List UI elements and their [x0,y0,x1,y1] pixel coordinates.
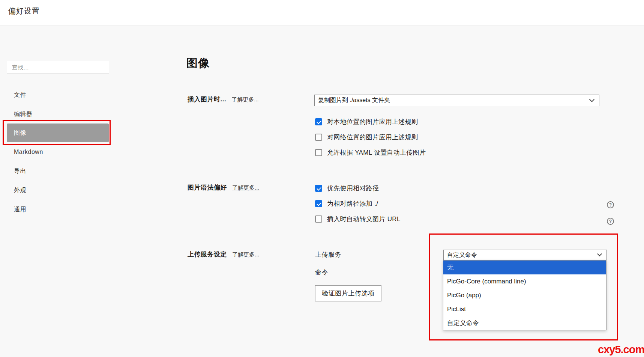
checkbox-unchecked-icon[interactable] [315,215,322,223]
chevron-down-icon [597,252,602,256]
help-icon[interactable]: ? [607,201,614,208]
syntax-section-checkboxes: 优先使用相对路径 为相对路径添加 ./ 插入时自动转义图片 URL [315,184,401,230]
syntax-learn-more-link[interactable]: 了解更多... [232,184,260,191]
sidebar-item-editor[interactable]: 编辑器 [7,104,109,124]
dropdown-option-picgo-core[interactable]: PicGo-Core (command line) [443,274,606,288]
dropdown-option-picgo-app[interactable]: PicGo (app) [443,288,606,302]
checkbox-checked-icon[interactable] [315,118,322,125]
syntax-section-label: 图片语法偏好 [188,183,227,192]
command-label: 命令 [315,268,328,277]
checkbox-row-web-rule[interactable]: 对网络位置的图片应用上述规则 [315,133,426,142]
sidebar-item-markdown[interactable]: Markdown [7,142,109,161]
insert-image-select[interactable]: 复制图片到 ./assets 文件夹 [314,95,599,106]
insert-section-label: 插入图片时... [188,95,226,104]
upload-service-select-value: 自定义命令 [447,251,477,259]
chevron-down-icon [589,96,594,102]
sidebar-nav: 文件 编辑器 图像 Markdown 导出 外观 通用 [7,85,109,219]
insert-section-header: 插入图片时... 了解更多... [188,95,259,104]
upload-section-label: 上传服务设定 [188,250,227,259]
validate-upload-button-label: 验证图片上传选项 [322,289,375,298]
sidebar-item-export[interactable]: 导出 [7,161,109,181]
checkbox-row-escape-url[interactable]: 插入时自动转义图片 URL [315,214,401,223]
checkbox-row-local-rule[interactable]: 对本地位置的图片应用上述规则 [315,117,426,126]
checkbox-label: 对网络位置的图片应用上述规则 [327,133,418,142]
sidebar-item-general[interactable]: 通用 [7,200,109,219]
header-bar: 偏好设置 [0,0,644,26]
checkbox-row-relative-path[interactable]: 优先使用相对路径 [315,184,401,193]
upload-section-header: 上传服务设定 了解更多... [188,250,260,259]
syntax-section-header: 图片语法偏好 了解更多... [188,183,260,192]
checkbox-row-yaml-upload[interactable]: 允许根据 YAML 设置自动上传图片 [315,148,426,157]
dropdown-option-none[interactable]: 无 [443,261,606,274]
help-icon[interactable]: ? [607,218,614,225]
insert-image-select-value: 复制图片到 ./assets 文件夹 [318,96,390,104]
upload-service-dropdown: 无 PicGo-Core (command line) PicGo (app) … [443,260,606,330]
checkbox-checked-icon[interactable] [315,185,322,192]
sidebar-item-appearance[interactable]: 外观 [7,181,109,200]
page-title: 图像 [186,56,210,71]
upload-service-select[interactable]: 自定义命令 [443,250,607,260]
checkbox-checked-icon[interactable] [315,200,322,207]
checkbox-label: 优先使用相对路径 [327,184,379,193]
sidebar-item-files[interactable]: 文件 [7,85,109,104]
dropdown-option-piclist[interactable]: PicList [443,302,606,316]
sidebar-item-image[interactable]: 图像 [7,124,109,142]
preferences-window: 偏好设置 文件 编辑器 图像 Markdown 导出 外观 通用 图像 插入图片… [0,0,644,357]
checkbox-label: 为相对路径添加 ./ [327,199,378,208]
dropdown-option-custom-command[interactable]: 自定义命令 [443,316,606,330]
checkbox-unchecked-icon[interactable] [315,149,322,156]
checkbox-row-add-dot-slash[interactable]: 为相对路径添加 ./ [315,199,401,208]
window-title: 偏好设置 [8,6,40,16]
upload-learn-more-link[interactable]: 了解更多... [232,251,260,258]
watermark: cxy5.com [598,343,644,356]
checkbox-label: 插入时自动转义图片 URL [327,215,401,223]
insert-section-checkboxes: 对本地位置的图片应用上述规则 对网络位置的图片应用上述规则 允许根据 YAML … [315,117,426,163]
search-input[interactable] [7,61,109,74]
checkbox-label: 对本地位置的图片应用上述规则 [327,117,418,126]
checkbox-label: 允许根据 YAML 设置自动上传图片 [327,148,426,157]
upload-service-label: 上传服务 [315,250,341,259]
validate-upload-button[interactable]: 验证图片上传选项 [315,285,381,301]
checkbox-unchecked-icon[interactable] [315,134,322,141]
insert-learn-more-link[interactable]: 了解更多... [231,96,259,103]
